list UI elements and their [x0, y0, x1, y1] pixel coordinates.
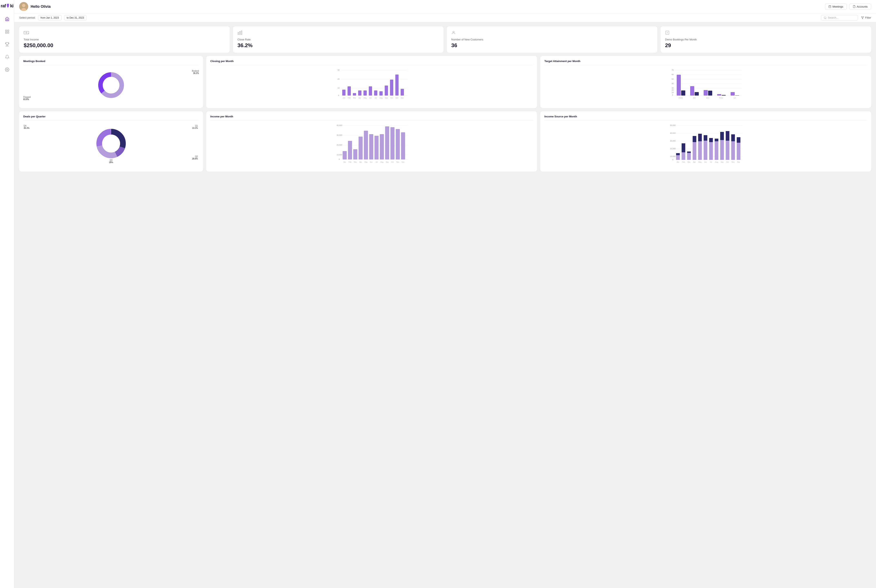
header-right: Meetings Accounts — [825, 3, 871, 10]
svg-text:Aug: Aug — [380, 97, 382, 99]
svg-text:Nov: Nov — [396, 161, 399, 163]
app-logo: raf🎙ki — [1, 3, 13, 9]
sidebar-item-notifications[interactable] — [3, 53, 11, 61]
kpi-label-customers: Number of New Customers — [451, 38, 653, 41]
svg-rect-1 — [8, 30, 9, 31]
svg-rect-73 — [677, 75, 681, 96]
meetings-button[interactable]: Meetings — [825, 3, 847, 10]
svg-rect-45 — [369, 86, 372, 96]
svg-rect-79 — [704, 90, 708, 96]
svg-text:Sep: Sep — [721, 161, 724, 163]
svg-rect-103 — [343, 151, 347, 159]
svg-rect-125 — [401, 132, 405, 159]
filter-right: Search... Filter — [821, 15, 871, 20]
svg-rect-83 — [722, 95, 726, 96]
svg-text:Jul: Jul — [375, 97, 377, 99]
kpi-demo-bookings: Demo Bookings Per Month 29 — [661, 26, 871, 52]
svg-text:10: 10 — [338, 87, 340, 89]
svg-rect-161 — [715, 139, 718, 141]
accounts-button[interactable]: Accounts — [849, 3, 871, 10]
deals-donut-chart — [95, 127, 128, 160]
svg-text:Liz: Liz — [734, 97, 736, 99]
sidebar-item-trophy[interactable] — [3, 40, 11, 48]
svg-rect-152 — [698, 134, 702, 141]
from-date-button[interactable]: from Jan 1, 2023 — [38, 15, 62, 20]
svg-rect-21 — [241, 31, 242, 34]
svg-rect-105 — [348, 141, 352, 159]
svg-rect-19 — [238, 33, 239, 34]
svg-text:Oct: Oct — [391, 161, 394, 163]
svg-point-4 — [6, 69, 8, 70]
svg-line-13 — [826, 18, 826, 19]
greeting-text: Hello Olivia — [31, 4, 51, 9]
kpi-value-closerate: 36.2% — [237, 42, 439, 49]
svg-rect-140 — [676, 153, 680, 155]
svg-text:10,000: 10,000 — [336, 154, 342, 156]
svg-rect-2 — [5, 32, 6, 33]
svg-text:Aug: Aug — [380, 161, 383, 163]
svg-text:Mar: Mar — [354, 161, 357, 163]
svg-text:Mar: Mar — [353, 97, 356, 99]
search-placeholder: Search... — [828, 16, 838, 19]
svg-text:40,000: 40,000 — [336, 124, 342, 126]
kpi-label-demos: Demo Bookings Per Month — [665, 38, 867, 41]
svg-rect-41 — [358, 90, 362, 96]
svg-text:40: 40 — [672, 82, 674, 84]
svg-rect-117 — [380, 134, 384, 159]
svg-rect-151 — [698, 141, 702, 160]
svg-text:Mar: Mar — [687, 161, 690, 163]
filter-bar: Select period: from Jan 1, 2023 to Dec 3… — [14, 13, 876, 22]
svg-rect-158 — [709, 138, 713, 142]
svg-text:0: 0 — [339, 158, 340, 160]
svg-rect-3 — [8, 32, 9, 33]
svg-text:40,000: 40,000 — [670, 132, 676, 134]
checkbox-icon — [665, 30, 867, 36]
svg-rect-146 — [687, 152, 691, 153]
main-content: Hello Olivia Meetings Accounts Select pe… — [14, 0, 876, 588]
svg-text:Feb: Feb — [348, 161, 351, 163]
search-box[interactable]: Search... — [821, 15, 858, 20]
q1-label: Q113.1% — [192, 125, 198, 129]
kpi-close-rate: Close Rate 36.2% — [233, 26, 444, 52]
svg-text:Aug: Aug — [715, 161, 718, 163]
to-date-button[interactable]: to Dec 31, 2023 — [64, 15, 87, 20]
filter-button[interactable]: Filter — [861, 16, 871, 19]
svg-text:Dec: Dec — [401, 97, 404, 99]
income-source-bar-chart: 50,000 40,000 30,000 20,000 10,000 0 — [544, 123, 867, 167]
svg-rect-143 — [682, 143, 685, 152]
svg-rect-154 — [704, 141, 707, 160]
svg-rect-49 — [380, 91, 382, 96]
kpi-label-closerate: Close Rate — [237, 38, 439, 41]
svg-text:Nov: Nov — [396, 97, 398, 99]
sidebar-item-dashboard[interactable] — [3, 28, 11, 36]
svg-text:20: 20 — [672, 89, 674, 91]
svg-rect-37 — [348, 86, 351, 96]
income-title: Income per Month — [210, 115, 533, 118]
svg-text:Ann: Ann — [706, 97, 709, 99]
q4-label: Q430.3% — [24, 125, 29, 129]
avatar — [19, 2, 28, 11]
header: Hello Olivia Meetings Accounts — [14, 0, 876, 13]
svg-rect-82 — [717, 94, 721, 96]
svg-text:Jul: Jul — [710, 161, 712, 163]
svg-text:Jan: Jan — [344, 161, 346, 163]
svg-text:30: 30 — [672, 87, 674, 89]
sidebar-item-home[interactable] — [3, 15, 11, 23]
svg-rect-121 — [390, 127, 394, 159]
kpi-new-customers: Number of New Customers 36 — [447, 26, 657, 52]
svg-rect-115 — [375, 136, 379, 159]
svg-rect-0 — [5, 30, 6, 31]
svg-rect-157 — [709, 142, 713, 160]
svg-rect-74 — [681, 90, 685, 96]
svg-text:Jun: Jun — [369, 97, 372, 99]
svg-rect-35 — [342, 90, 345, 96]
sidebar-item-settings[interactable] — [3, 66, 11, 74]
svg-text:0: 0 — [672, 94, 673, 96]
svg-rect-8 — [829, 6, 831, 8]
svg-rect-119 — [385, 126, 389, 159]
svg-text:0: 0 — [672, 159, 673, 160]
q3-label: Q328% — [109, 159, 113, 164]
svg-text:Apr: Apr — [359, 161, 362, 163]
svg-rect-172 — [737, 143, 740, 160]
svg-rect-173 — [737, 137, 740, 143]
